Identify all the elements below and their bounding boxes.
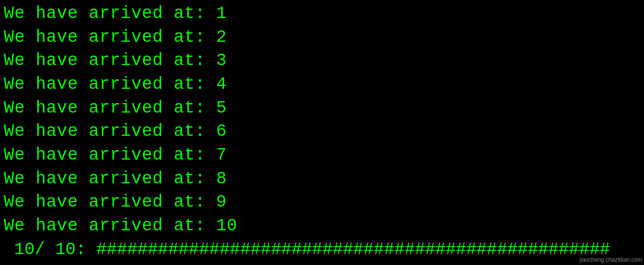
progress-line: 10/ 10: ################################… [4,238,640,262]
terminal-line-2: We have arrived at: 2 [4,26,640,49]
terminal-line-6: We have arrived at: 6 [4,120,640,143]
terminal-line-1: We have arrived at: 1 [4,2,640,26]
terminal-line-10: We have arrived at: 10 [4,214,640,238]
terminal-line-3: We have arrived at: 3 [4,49,640,73]
terminal-line-4: We have arrived at: 4 [4,73,640,96]
terminal-output: We have arrived at: 1We have arrived at:… [4,2,640,261]
terminal-line-8: We have arrived at: 8 [4,167,640,191]
terminal-line-9: We have arrived at: 9 [4,190,640,214]
watermark-text: jiaocheng.chazidian.com [578,255,644,265]
terminal-line-7: We have arrived at: 7 [4,143,640,167]
terminal-line-5: We have arrived at: 5 [4,96,640,120]
